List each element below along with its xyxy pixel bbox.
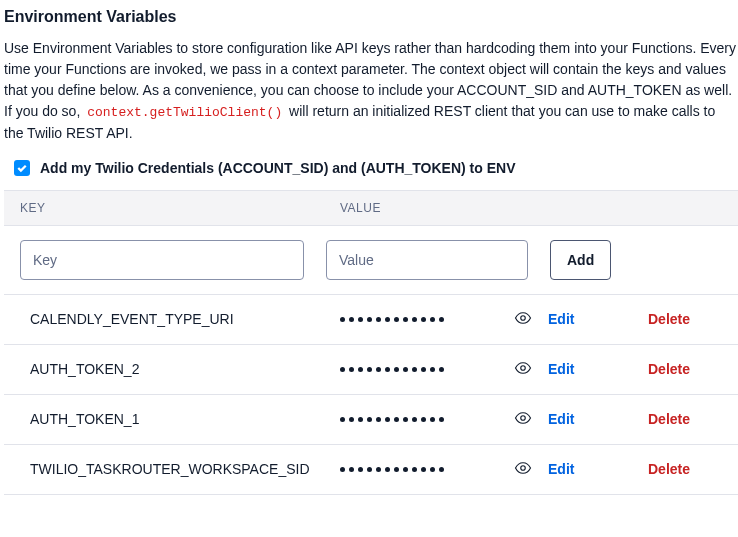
- mask-dot: [349, 317, 354, 322]
- mask-dot: [421, 467, 426, 472]
- mask-dot: [367, 417, 372, 422]
- mask-dot: [385, 317, 390, 322]
- delete-cell: Delete: [648, 311, 690, 327]
- mask-dot: [376, 317, 381, 322]
- check-icon: [16, 162, 28, 174]
- mask-dot: [385, 467, 390, 472]
- mask-dot: [394, 317, 399, 322]
- mask-dot: [421, 417, 426, 422]
- reveal-button[interactable]: [514, 309, 532, 330]
- add-button[interactable]: Add: [550, 240, 611, 280]
- mask-dot: [367, 317, 372, 322]
- credentials-checkbox[interactable]: [14, 160, 30, 176]
- mask-dot: [439, 467, 444, 472]
- column-header-key: KEY: [20, 201, 340, 215]
- mask-dot: [403, 317, 408, 322]
- mask-dot: [412, 317, 417, 322]
- mask-dot: [358, 317, 363, 322]
- mask-dot: [412, 367, 417, 372]
- mask-dot: [376, 367, 381, 372]
- reveal-cell: [498, 459, 548, 480]
- edit-button[interactable]: Edit: [548, 311, 574, 327]
- mask-dot: [394, 417, 399, 422]
- mask-dot: [358, 417, 363, 422]
- delete-cell: Delete: [648, 411, 690, 427]
- description: Use Environment Variables to store confi…: [4, 38, 738, 144]
- key-input[interactable]: [20, 240, 304, 280]
- credentials-checkbox-label: Add my Twilio Credentials (ACCOUNT_SID) …: [40, 160, 516, 176]
- edit-button[interactable]: Edit: [548, 461, 574, 477]
- edit-cell: Edit: [548, 461, 648, 477]
- eye-icon: [514, 359, 532, 380]
- table-row: CALENDLY_EVENT_TYPE_URIEditDelete: [4, 295, 738, 345]
- edit-button[interactable]: Edit: [548, 361, 574, 377]
- mask-dot: [403, 367, 408, 372]
- mask-dot: [421, 317, 426, 322]
- env-key: AUTH_TOKEN_2: [30, 361, 340, 377]
- table-row: TWILIO_TASKROUTER_WORKSPACE_SIDEditDelet…: [4, 445, 738, 495]
- eye-icon: [514, 309, 532, 330]
- env-table: KEY VALUE Add CALENDLY_EVENT_TYPE_URIEdi…: [4, 190, 738, 495]
- mask-dot: [349, 467, 354, 472]
- mask-dot: [421, 367, 426, 372]
- edit-button[interactable]: Edit: [548, 411, 574, 427]
- reveal-button[interactable]: [514, 409, 532, 430]
- mask-dot: [439, 317, 444, 322]
- env-value-masked: [340, 317, 498, 322]
- mask-dot: [367, 367, 372, 372]
- table-header: KEY VALUE: [4, 190, 738, 226]
- table-row: AUTH_TOKEN_2EditDelete: [4, 345, 738, 395]
- mask-dot: [367, 467, 372, 472]
- mask-dot: [358, 467, 363, 472]
- delete-button[interactable]: Delete: [648, 461, 690, 477]
- mask-dot: [349, 417, 354, 422]
- delete-button[interactable]: Delete: [648, 361, 690, 377]
- add-row: Add: [4, 226, 738, 295]
- mask-dot: [430, 417, 435, 422]
- mask-dot: [403, 467, 408, 472]
- mask-dot: [340, 317, 345, 322]
- env-value-masked: [340, 417, 498, 422]
- delete-button[interactable]: Delete: [648, 411, 690, 427]
- delete-cell: Delete: [648, 361, 690, 377]
- mask-dot: [376, 417, 381, 422]
- mask-dot: [412, 467, 417, 472]
- mask-dot: [439, 417, 444, 422]
- eye-icon: [514, 459, 532, 480]
- description-code: context.getTwilioClient(): [84, 104, 285, 121]
- env-key: CALENDLY_EVENT_TYPE_URI: [30, 311, 340, 327]
- reveal-cell: [498, 359, 548, 380]
- env-key: AUTH_TOKEN_1: [30, 411, 340, 427]
- credentials-checkbox-row: Add my Twilio Credentials (ACCOUNT_SID) …: [4, 160, 738, 176]
- mask-dot: [376, 467, 381, 472]
- column-header-value: VALUE: [340, 201, 722, 215]
- eye-icon: [514, 409, 532, 430]
- env-value-masked: [340, 467, 498, 472]
- reveal-cell: [498, 309, 548, 330]
- env-key: TWILIO_TASKROUTER_WORKSPACE_SID: [30, 461, 340, 477]
- mask-dot: [385, 367, 390, 372]
- svg-point-2: [521, 415, 526, 420]
- mask-dot: [394, 367, 399, 372]
- reveal-button[interactable]: [514, 359, 532, 380]
- mask-dot: [403, 417, 408, 422]
- reveal-button[interactable]: [514, 459, 532, 480]
- svg-point-3: [521, 465, 526, 470]
- edit-cell: Edit: [548, 411, 648, 427]
- delete-button[interactable]: Delete: [648, 311, 690, 327]
- mask-dot: [439, 367, 444, 372]
- edit-cell: Edit: [548, 311, 648, 327]
- value-input[interactable]: [326, 240, 528, 280]
- mask-dot: [430, 367, 435, 372]
- edit-cell: Edit: [548, 361, 648, 377]
- mask-dot: [430, 317, 435, 322]
- mask-dot: [340, 417, 345, 422]
- mask-dot: [340, 467, 345, 472]
- mask-dot: [412, 417, 417, 422]
- mask-dot: [340, 367, 345, 372]
- mask-dot: [358, 367, 363, 372]
- reveal-cell: [498, 409, 548, 430]
- mask-dot: [349, 367, 354, 372]
- mask-dot: [430, 467, 435, 472]
- table-row: AUTH_TOKEN_1EditDelete: [4, 395, 738, 445]
